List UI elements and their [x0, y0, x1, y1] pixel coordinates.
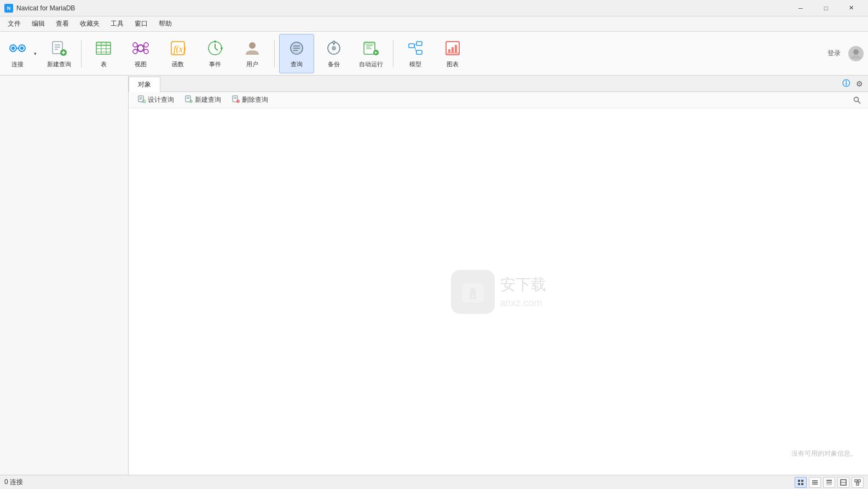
- user-icon: [242, 38, 262, 58]
- function-button[interactable]: f(x) 函数: [160, 34, 195, 73]
- settings-icon-button[interactable]: ⚙: [854, 78, 865, 89]
- tab-object[interactable]: 对象: [129, 77, 160, 92]
- svg-point-61: [853, 49, 859, 55]
- svg-rect-92: [826, 480, 832, 481]
- menu-tools[interactable]: 工具: [105, 17, 129, 31]
- svg-point-21: [144, 43, 148, 47]
- connect-svg: [9, 39, 26, 57]
- new-query-toolbar-button[interactable]: 新建查询: [180, 93, 226, 107]
- menu-favorites[interactable]: 收藏夹: [74, 17, 105, 31]
- svg-point-84: [472, 295, 474, 297]
- query-button[interactable]: 查询: [279, 34, 314, 73]
- delete-query-icon: [232, 95, 240, 105]
- watermark-title: 安下载: [500, 274, 546, 295]
- svg-line-81: [858, 101, 861, 103]
- no-object-info: 没有可用的对象信息。: [791, 449, 857, 458]
- connect-button[interactable]: 连接: [4, 34, 31, 73]
- svg-point-42: [332, 46, 336, 50]
- backup-icon: [324, 38, 344, 58]
- auto-run-icon: [361, 38, 381, 58]
- login-button[interactable]: 登录: [824, 48, 844, 59]
- table-button[interactable]: 表: [86, 34, 121, 73]
- content-area: 对象 ⓘ ⚙: [129, 76, 868, 475]
- detail-view-icon: [826, 479, 832, 486]
- event-icon: [205, 38, 225, 58]
- table-label: 表: [101, 60, 107, 68]
- minimize-button[interactable]: ─: [788, 0, 813, 16]
- tab-right-icons: ⓘ ⚙: [841, 78, 868, 91]
- function-icon: f(x): [168, 38, 188, 58]
- new-query-icon: [49, 38, 69, 58]
- svg-line-55: [414, 46, 416, 53]
- chart-button[interactable]: 图表: [435, 34, 470, 73]
- event-button[interactable]: 事件: [198, 34, 233, 73]
- view-mode-detail[interactable]: [823, 477, 835, 488]
- menu-view[interactable]: 查看: [50, 17, 74, 31]
- design-query-button[interactable]: 设计查询: [133, 93, 179, 107]
- svg-text:f(x): f(x): [173, 44, 186, 54]
- separator-3: [393, 40, 394, 67]
- chart-svg: [444, 39, 461, 57]
- view-label: 视图: [135, 60, 147, 68]
- auto-run-button[interactable]: 自动运行: [354, 34, 389, 73]
- connect-icon: [8, 38, 27, 58]
- info-icon-button[interactable]: ⓘ: [841, 78, 852, 89]
- svg-rect-94: [826, 484, 832, 485]
- titlebar: N Navicat for MariaDB ─ □ ✕: [0, 0, 868, 16]
- backup-button[interactable]: 备份: [316, 34, 351, 73]
- user-button[interactable]: 用户: [235, 34, 270, 73]
- search-icon: [853, 96, 861, 104]
- svg-rect-98: [858, 480, 860, 482]
- svg-rect-59: [455, 45, 457, 53]
- function-svg: f(x): [169, 39, 187, 57]
- login-area: 登录: [824, 46, 864, 61]
- app-icon: N: [4, 4, 13, 13]
- view-mode-compact[interactable]: [837, 477, 849, 488]
- grid-view-icon: [797, 479, 804, 486]
- empty-content: 安下载 anxz.com 没有可用的对象信息。: [129, 108, 868, 475]
- connect-group: 连接 ▾: [4, 34, 39, 73]
- design-query-label: 设计查询: [148, 95, 174, 105]
- backup-svg: [325, 39, 343, 57]
- menu-edit[interactable]: 编辑: [26, 17, 50, 31]
- view-mode-grid[interactable]: [795, 477, 807, 488]
- separator-2: [274, 40, 275, 67]
- model-button[interactable]: 模型: [398, 34, 433, 73]
- svg-rect-18: [96, 42, 111, 45]
- new-query-button[interactable]: 新建查询: [42, 34, 77, 73]
- separator-1: [81, 40, 82, 67]
- close-button[interactable]: ✕: [838, 0, 864, 16]
- svg-rect-99: [857, 483, 859, 485]
- table-icon: [94, 38, 113, 58]
- user-label: 用户: [246, 60, 258, 68]
- svg-rect-97: [855, 480, 857, 482]
- model-label: 模型: [409, 60, 421, 68]
- menu-help[interactable]: 帮助: [153, 17, 177, 31]
- connect-dropdown-arrow[interactable]: ▾: [31, 34, 39, 73]
- delete-query-button[interactable]: 删除查询: [227, 93, 273, 107]
- svg-rect-93: [826, 482, 832, 484]
- svg-rect-88: [801, 483, 803, 485]
- svg-point-19: [137, 45, 144, 51]
- svg-point-33: [214, 41, 216, 43]
- function-label: 函数: [172, 60, 184, 68]
- menu-file[interactable]: 文件: [2, 17, 26, 31]
- view-button[interactable]: 视图: [123, 34, 158, 73]
- watermark: 安下载 anxz.com: [451, 270, 546, 314]
- view-mode-er[interactable]: [852, 477, 864, 488]
- event-svg: [206, 39, 224, 57]
- svg-point-20: [133, 43, 137, 47]
- view-mode-list[interactable]: [809, 477, 821, 488]
- design-svg: [138, 95, 146, 103]
- watermark-sub: anxz.com: [500, 297, 546, 309]
- search-button[interactable]: [850, 94, 864, 107]
- query-label: 查询: [291, 60, 303, 68]
- menubar: 文件 编辑 查看 收藏夹 工具 窗口 帮助: [0, 16, 868, 32]
- tab-bar: 对象 ⓘ ⚙: [129, 76, 868, 92]
- query-svg: [288, 39, 305, 57]
- new-query-svg: [50, 39, 68, 57]
- view-mode-buttons: [795, 477, 864, 488]
- user-avatar[interactable]: [848, 46, 864, 61]
- menu-window[interactable]: 窗口: [129, 17, 153, 31]
- maximize-button[interactable]: □: [813, 0, 838, 16]
